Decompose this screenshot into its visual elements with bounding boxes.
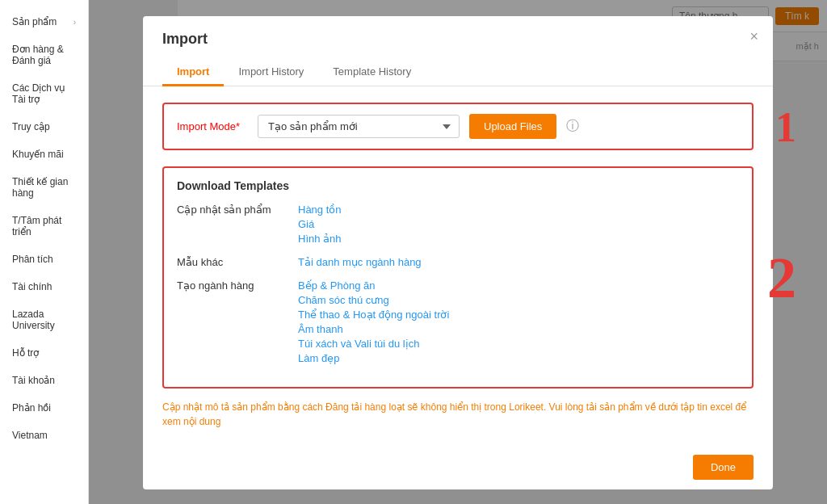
sidebar-item-tai-chinh[interactable]: Tài chính — [0, 273, 88, 300]
info-text: Cập nhật mô tả sản phẩm bằng cách Đăng t… — [162, 400, 754, 429]
sidebar-item-label: Lazada University — [12, 309, 76, 331]
template-links-mau-khac: Tải danh mục ngành hàng — [298, 256, 422, 268]
done-button[interactable]: Done — [693, 455, 754, 480]
import-mode-select[interactable]: Tạo sản phẩm mới Cập nhật sản phẩm — [258, 115, 460, 138]
template-row-label-cap-nhat: Cập nhật sản phẩm — [177, 204, 282, 245]
import-mode-label: Import Mode* — [177, 120, 258, 132]
link-bep-phong-an[interactable]: Bếp & Phòng ăn — [298, 279, 449, 292]
sidebar-item-truy-cap[interactable]: Truy cập — [0, 113, 88, 141]
link-gia[interactable]: Giá — [298, 218, 342, 230]
sidebar-item-thiet-ke[interactable]: Thiết kế gian hàng — [0, 168, 88, 207]
info-icon[interactable]: ⓘ — [566, 118, 579, 135]
template-row-tao-nganh-hang: Tạo ngành hàng Bếp & Phòng ăn Chăm sóc t… — [177, 279, 739, 364]
sidebar-item-label: Truy cập — [12, 121, 50, 132]
modal-footer: Done — [143, 445, 773, 489]
template-links-cap-nhat: Hàng tồn Giá Hình ảnh — [298, 204, 342, 245]
sidebar-item-lazada-uni[interactable]: Lazada University — [0, 300, 88, 339]
template-links-tao-nganh-hang: Bếp & Phòng ăn Chăm sóc thú cưng Thể tha… — [298, 279, 449, 364]
modal-header: Import × Import Import History Template … — [143, 16, 773, 86]
badge-number-2: 2 — [767, 244, 796, 311]
sidebar-item-label: Tài khoản — [12, 375, 55, 386]
sidebar-item-label: Phân tích — [12, 254, 53, 265]
sidebar-item-san-pham[interactable]: Sản phẩm › — [0, 8, 88, 36]
sidebar-item-phan-hoi[interactable]: Phản hồi — [0, 394, 88, 422]
badge-number-1: 1 — [775, 103, 796, 150]
tab-import-history[interactable]: Import History — [224, 59, 318, 86]
sidebar-item-label: Hỗ trợ — [12, 347, 39, 359]
import-mode-section: Import Mode* Tạo sản phẩm mới Cập nhật s… — [162, 103, 754, 150]
sidebar-item-tai-khoan[interactable]: Tài khoản — [0, 367, 88, 394]
sidebar-item-label: Khuyến mãi — [12, 149, 64, 160]
link-tui-xach[interactable]: Túi xách và Vali túi du lịch — [298, 338, 449, 350]
sidebar-item-label: Phản hồi — [12, 402, 51, 414]
sidebar-item-t-tam[interactable]: T/Tâm phát triển — [0, 207, 88, 246]
download-templates-title: Download Templates — [177, 179, 739, 192]
modal-body: Import Mode* Tạo sản phẩm mới Cập nhật s… — [143, 86, 773, 445]
import-modal: Import × Import Import History Template … — [143, 16, 773, 489]
sidebar-item-label: T/Tâm phát triển — [12, 215, 76, 237]
link-the-thao[interactable]: Thể thao & Hoạt động ngoài trời — [298, 309, 449, 321]
tabs-container: Import Import History Template History — [162, 59, 754, 86]
template-row-label-mau-khac: Mẫu khác — [177, 256, 282, 268]
tab-template-history[interactable]: Template History — [318, 59, 426, 86]
link-cham-soc-thu-cung[interactable]: Chăm sóc thú cưng — [298, 294, 449, 306]
link-am-thanh[interactable]: Âm thanh — [298, 323, 449, 335]
main-area: Tìm k Hiển thị Dan ↕ mặt h Import × Impo… — [89, 0, 827, 504]
sidebar-item-phan-tich[interactable]: Phân tích — [0, 246, 88, 273]
upload-files-button[interactable]: Upload Files — [469, 114, 556, 139]
sidebar: Sản phẩm › Đơn hàng & Đánh giá Các Dịch … — [0, 0, 89, 504]
sidebar-item-ho-tro[interactable]: Hỗ trợ — [0, 339, 88, 367]
sidebar-item-khuyen-mai[interactable]: Khuyến mãi — [0, 141, 88, 168]
sidebar-item-vietnam[interactable]: Vietnam — [0, 422, 88, 449]
link-hinh-anh[interactable]: Hình ảnh — [298, 233, 342, 245]
tab-import[interactable]: Import — [162, 59, 224, 86]
template-row-cap-nhat: Cập nhật sản phẩm Hàng tồn Giá Hình ảnh — [177, 204, 739, 245]
sidebar-item-cac-dich-vu[interactable]: Các Dịch vụ Tài trợ — [0, 74, 88, 113]
sidebar-item-label: Đơn hàng & Đánh giá — [12, 44, 76, 66]
sidebar-item-label: Thiết kế gian hàng — [12, 176, 76, 199]
sidebar-item-label: Sản phẩm — [12, 16, 57, 27]
modal-overlay: Import × Import Import History Template … — [89, 0, 827, 504]
template-row-mau-khac: Mẫu khác Tải danh mục ngành hàng — [177, 256, 739, 268]
sidebar-item-don-hang[interactable]: Đơn hàng & Đánh giá — [0, 36, 88, 74]
close-button[interactable]: × — [749, 29, 758, 44]
sidebar-item-label: Vietnam — [12, 430, 48, 441]
link-tai-danh-muc[interactable]: Tải danh mục ngành hàng — [298, 256, 422, 268]
link-hang-ton[interactable]: Hàng tồn — [298, 204, 342, 216]
download-templates-section: Download Templates Cập nhật sản phẩm Hàn… — [162, 166, 754, 388]
modal-title: Import — [162, 31, 754, 48]
link-lam-dep[interactable]: Làm đẹp — [298, 352, 449, 364]
sidebar-item-label: Các Dịch vụ Tài trợ — [12, 82, 76, 105]
chevron-icon: › — [73, 18, 76, 27]
template-rows: Cập nhật sản phẩm Hàng tồn Giá Hình ảnh … — [177, 204, 739, 376]
sidebar-item-label: Tài chính — [12, 281, 52, 292]
template-row-label-tao-nganh-hang: Tạo ngành hàng — [177, 279, 282, 364]
